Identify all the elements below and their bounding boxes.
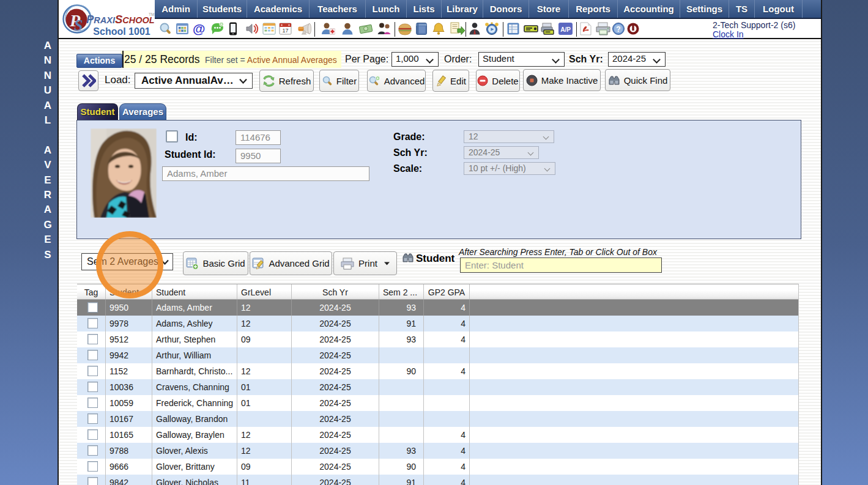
svg-text:School 1001: School 1001 [93,26,150,37]
svg-text:A/P: A/P [560,26,571,33]
svg-text:TM: TM [149,12,154,17]
svg-text:PRAXISCHOOL: PRAXISCHOOL [86,13,155,26]
svg-text:17: 17 [282,28,288,34]
svg-text:@: @ [193,22,205,35]
svg-text:?: ? [616,25,620,34]
